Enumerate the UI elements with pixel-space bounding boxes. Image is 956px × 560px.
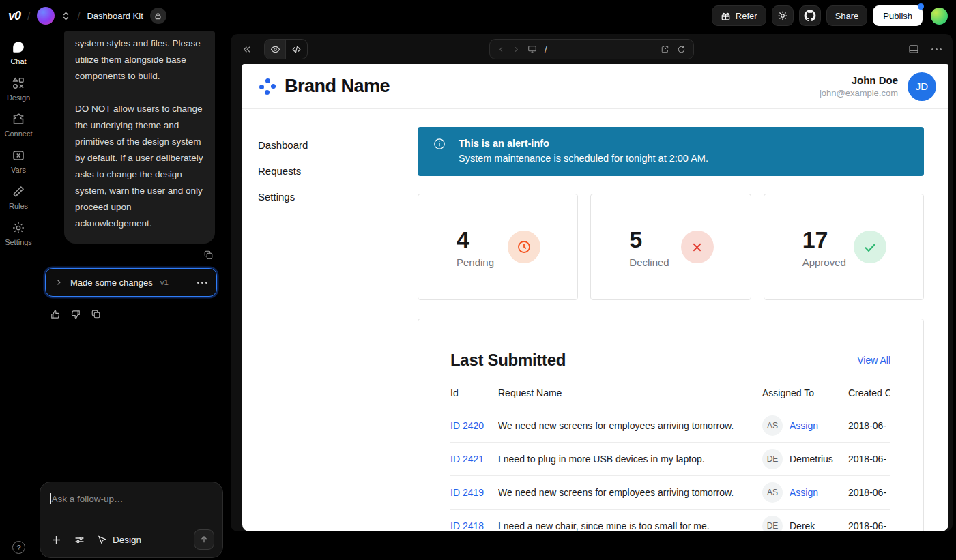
col-header-request: Request Name: [498, 387, 762, 409]
eye-icon: [270, 44, 280, 55]
cursor-icon: [97, 535, 107, 545]
refer-button[interactable]: Refer: [712, 5, 766, 26]
chat-icon: [12, 40, 25, 54]
gift-icon: [721, 11, 731, 21]
table-row: ID 2420 We need new screens for employee…: [450, 409, 890, 443]
send-button[interactable]: [194, 529, 214, 550]
x-icon: [681, 231, 714, 263]
avatar[interactable]: JD: [908, 72, 936, 101]
assistant-message: system styles and files. Please utilize …: [64, 31, 215, 244]
project-name[interactable]: Dashboard Kit: [87, 11, 143, 21]
publish-button[interactable]: Publish: [873, 5, 923, 26]
github-button[interactable]: [799, 5, 821, 26]
open-external-icon[interactable]: [661, 45, 669, 54]
sidebar-item-settings[interactable]: Settings: [258, 191, 418, 203]
collapse-panel-icon[interactable]: [242, 44, 252, 55]
sliders-icon[interactable]: [74, 534, 85, 546]
copy-icon[interactable]: [203, 250, 214, 260]
monitor-icon[interactable]: [527, 44, 537, 54]
table-row: ID 2421 I need to plug in more USB devic…: [450, 443, 890, 476]
sidebar-item-requests[interactable]: Requests: [258, 165, 418, 177]
copy-icon[interactable]: [91, 309, 101, 320]
preview-toolbar: /: [231, 34, 953, 64]
clock-icon: [508, 231, 540, 263]
rail-item-rules[interactable]: Rules: [9, 185, 28, 210]
user-email: john@example.com: [820, 88, 898, 98]
preview-eye-button[interactable]: [265, 40, 286, 59]
v0-logo[interactable]: v0: [8, 9, 20, 23]
last-submitted-card: Last Submitted View All Id Request Name …: [418, 319, 924, 531]
created-date: 2018-06-: [848, 409, 890, 443]
app-main: This is an alert-info System maintenance…: [418, 109, 924, 531]
assign-link[interactable]: Assign: [790, 487, 818, 498]
plus-icon[interactable]: [50, 534, 62, 546]
alert-title: This is an alert-info: [459, 136, 708, 151]
user-name: John Doe: [820, 74, 898, 86]
request-id-link[interactable]: ID 2420: [450, 420, 484, 431]
more-options-icon[interactable]: [197, 282, 207, 284]
forward-icon[interactable]: [512, 46, 520, 53]
github-icon: [804, 10, 816, 22]
rail-item-connect[interactable]: Connect: [5, 113, 33, 138]
top-bar: v0 / / Dashboard Kit Refer Share Publish: [0, 0, 956, 31]
thumbs-up-icon[interactable]: [50, 309, 61, 320]
assignee-avatar: AS: [762, 415, 783, 436]
chevron-up-down-icon[interactable]: [61, 12, 70, 20]
request-id-link[interactable]: ID 2419: [450, 487, 484, 498]
arrow-up-icon: [199, 535, 209, 544]
input-placeholder: Ask a follow-up…: [52, 494, 124, 504]
rail-item-vars[interactable]: Vars: [11, 149, 26, 174]
view-all-link[interactable]: View All: [857, 355, 890, 366]
layout-panel-icon[interactable]: [908, 44, 919, 55]
settings-gear-button[interactable]: [772, 5, 794, 26]
design-mode-chip[interactable]: Design: [97, 535, 141, 545]
assignee-avatar: AS: [762, 482, 783, 503]
request-id-link[interactable]: ID 2421: [450, 454, 484, 465]
preview-url-bar[interactable]: /: [489, 39, 694, 59]
icon-rail: Chat Design Connect Vars Rules Settings: [0, 31, 37, 560]
view-mode-toggle: [264, 39, 308, 59]
help-button[interactable]: ?: [12, 541, 25, 554]
table-row: ID 2419 We need new screens for employee…: [450, 476, 890, 510]
sidebar-item-dashboard[interactable]: Dashboard: [258, 139, 418, 151]
alert-info: This is an alert-info System maintenance…: [418, 127, 924, 176]
request-id-link[interactable]: ID 2418: [450, 520, 484, 531]
chat-input[interactable]: Ask a follow-up… Design: [40, 482, 223, 558]
lock-icon[interactable]: [150, 8, 166, 24]
text-caret: [50, 493, 51, 504]
thumbs-down-icon[interactable]: [70, 309, 81, 320]
refresh-icon[interactable]: [677, 45, 686, 54]
divider-slash: /: [77, 10, 80, 22]
more-options-icon[interactable]: [931, 48, 942, 50]
check-icon: [854, 231, 886, 263]
stat-card-pending: 4 Pending: [418, 194, 578, 300]
notification-dot: [918, 3, 924, 10]
assign-link[interactable]: Assign: [790, 420, 818, 431]
col-header-id: Id: [450, 387, 498, 409]
version-tag: v1: [160, 278, 169, 286]
rail-item-settings[interactable]: Settings: [5, 221, 32, 246]
assignee-avatar: DE: [762, 449, 783, 469]
share-button[interactable]: Share: [826, 5, 868, 26]
created-date: 2018-06-: [848, 443, 890, 476]
code-view-button[interactable]: [286, 40, 307, 59]
request-name: I need to plug in more USB devices in my…: [498, 443, 762, 476]
assignee-name: Derek: [790, 520, 815, 531]
request-name: We need new screens for employees arrivi…: [498, 476, 762, 510]
rail-item-design[interactable]: Design: [7, 76, 30, 102]
created-date: 2018-06-: [848, 476, 890, 510]
version-card[interactable]: Made some changes v1: [45, 268, 217, 297]
stat-card-approved: 17 Approved: [764, 194, 924, 300]
chevron-right-icon[interactable]: [55, 278, 63, 286]
info-icon: [433, 138, 446, 166]
preview-panel: / Brand Name: [231, 34, 953, 531]
back-icon[interactable]: [497, 46, 505, 53]
user-avatar[interactable]: [931, 8, 948, 25]
connect-icon: [12, 113, 25, 126]
requests-table: Id Request Name Assigned To Created On I…: [450, 387, 890, 531]
request-name: We need new screens for employees arrivi…: [498, 409, 762, 443]
team-avatar[interactable]: [37, 7, 55, 25]
rail-item-chat[interactable]: Chat: [10, 40, 26, 65]
url-path: /: [545, 44, 547, 55]
brand-logo-icon: [259, 78, 276, 95]
